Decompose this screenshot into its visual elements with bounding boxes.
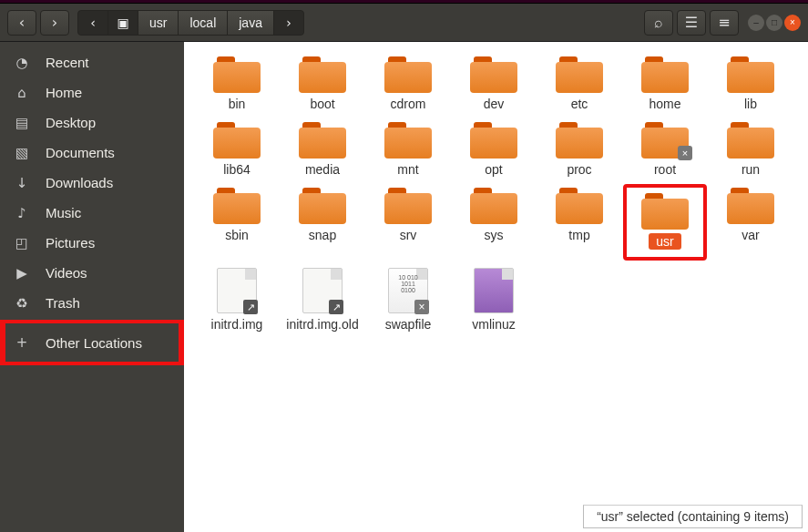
folder-sbin[interactable]: sbin [195, 184, 279, 261]
folder-lib64[interactable]: lib64 [195, 118, 279, 180]
folder-icon [299, 56, 346, 93]
trash-icon: ♻ [13, 294, 31, 312]
disk-icon: ▣ [117, 15, 128, 30]
item-label: root [654, 162, 676, 177]
item-label: cdrom [391, 97, 426, 111]
sidebar-item-trash[interactable]: ♻Trash [0, 288, 184, 318]
folder-bin[interactable]: bin [195, 53, 279, 115]
folder-dev[interactable]: dev [452, 53, 536, 115]
folder-run[interactable]: run [709, 118, 793, 180]
folder-icon [727, 56, 774, 93]
item-label: etc [571, 97, 588, 111]
minimize-button[interactable]: – [748, 15, 764, 31]
sidebar-item-label: Downloads [46, 175, 113, 190]
minimize-icon: – [753, 17, 759, 27]
sidebar-item-music[interactable]: ♪Music [0, 198, 184, 228]
file-vmlinuz[interactable]: vmlinuz [452, 264, 536, 335]
sidebar-item-documents[interactable]: ▧Documents [0, 138, 184, 168]
item-label: opt [485, 162, 502, 177]
videos-icon: ▶ [13, 264, 31, 282]
hamburger-menu-button[interactable]: ≡ [710, 10, 739, 36]
breadcrumb-up[interactable]: ‹ [77, 10, 108, 36]
item-label: dev [484, 97, 505, 111]
item-label: initrd.img.old [286, 317, 358, 332]
folder-home[interactable]: home [623, 53, 707, 115]
menu-icon: ≡ [718, 14, 730, 31]
folder-icon [299, 188, 346, 224]
file-icon [217, 268, 257, 313]
item-label: bin [229, 97, 246, 111]
sidebar-item-label: Videos [46, 265, 87, 281]
sidebar-item-recent[interactable]: ◔Recent [0, 47, 184, 77]
item-label: run [742, 162, 760, 177]
folder-icon [556, 122, 603, 159]
folder-tmp[interactable]: tmp [537, 184, 621, 261]
forward-button[interactable]: › [40, 10, 69, 36]
folder-icon [470, 122, 517, 159]
folder-var[interactable]: var [709, 184, 793, 261]
folder-snap[interactable]: snap [281, 184, 364, 261]
sidebar-item-downloads[interactable]: ↓Downloads [0, 168, 184, 198]
folder-icon [213, 188, 261, 224]
item-label: vmlinuz [472, 317, 515, 332]
breadcrumb-seg-0[interactable]: usr [138, 10, 179, 36]
folder-cdrom[interactable]: cdrom [366, 53, 450, 115]
folder-icon [384, 56, 432, 93]
folder-boot[interactable]: boot [281, 53, 364, 115]
close-button[interactable]: × [784, 15, 801, 31]
folder-proc[interactable]: proc [537, 118, 621, 180]
sidebar-item-label: Trash [46, 295, 80, 311]
folder-mnt[interactable]: mnt [366, 118, 450, 180]
folder-icon [470, 56, 517, 93]
search-button[interactable]: ⌕ [644, 10, 673, 36]
folder-root[interactable]: ×root [623, 118, 707, 180]
sidebar-item-desktop[interactable]: ▤Desktop [0, 107, 184, 138]
pictures-icon: ◰ [13, 234, 31, 252]
folder-icon [556, 56, 603, 93]
folder-opt[interactable]: opt [452, 118, 536, 180]
folder-icon [470, 188, 517, 224]
file-initrd-img-old[interactable]: initrd.img.old [281, 264, 364, 335]
item-label: media [305, 162, 340, 177]
folder-srv[interactable]: srv [366, 184, 450, 261]
back-button[interactable]: ‹ [7, 10, 36, 36]
folder-sys[interactable]: sys [452, 184, 536, 261]
folder-icon [641, 193, 689, 230]
folder-lib[interactable]: lib [709, 53, 793, 115]
file-initrd-img[interactable]: initrd.img [195, 264, 279, 335]
chevron-left-icon: ‹ [90, 15, 96, 30]
maximize-button[interactable]: □ [766, 15, 782, 31]
file-swapfile[interactable]: 10 010 1011 0100swapfile [366, 264, 450, 335]
music-icon: ♪ [13, 204, 31, 222]
sidebar-item-other-locations[interactable]: +Other Locations [0, 320, 184, 365]
folder-media[interactable]: media [281, 118, 364, 180]
item-label: lib [744, 97, 757, 111]
folder-etc[interactable]: etc [537, 53, 621, 115]
file-view[interactable]: binbootcdromdevetchomeliblib64mediamntop… [184, 42, 808, 532]
header-bar: ‹ › ‹ ▣ usr local java › ⌕ ☰ ≡ – □ × [0, 4, 808, 42]
places-sidebar: ◔Recent⌂Home▤Desktop▧Documents↓Downloads… [0, 42, 184, 532]
breadcrumb-more[interactable]: › [273, 10, 304, 36]
breadcrumb-root-disk[interactable]: ▣ [107, 10, 138, 36]
sidebar-item-videos[interactable]: ▶Videos [0, 258, 184, 288]
clock-icon: ◔ [13, 54, 31, 72]
sidebar-item-home[interactable]: ⌂Home [0, 77, 184, 107]
folder-icon [384, 188, 432, 224]
downloads-icon: ↓ [13, 174, 31, 192]
item-label: boot [310, 97, 334, 111]
view-mode-button[interactable]: ☰ [677, 10, 706, 36]
documents-icon: ▧ [13, 144, 31, 162]
breadcrumb-seg-1[interactable]: local [178, 10, 228, 36]
window-controls: – □ × [748, 15, 801, 31]
folder-icon [556, 188, 603, 224]
item-label: srv [400, 228, 417, 242]
breadcrumb-seg-2[interactable]: java [227, 10, 274, 36]
folder-icon [213, 56, 261, 93]
sidebar-item-label: Desktop [46, 115, 96, 130]
sidebar-item-pictures[interactable]: ◰Pictures [0, 228, 184, 258]
forward-icon: › [52, 14, 57, 31]
breadcrumb: ‹ ▣ usr local java › [78, 10, 304, 36]
folder-icon: × [641, 122, 689, 159]
folder-usr[interactable]: usr [623, 184, 707, 261]
folder-icon [641, 56, 689, 93]
